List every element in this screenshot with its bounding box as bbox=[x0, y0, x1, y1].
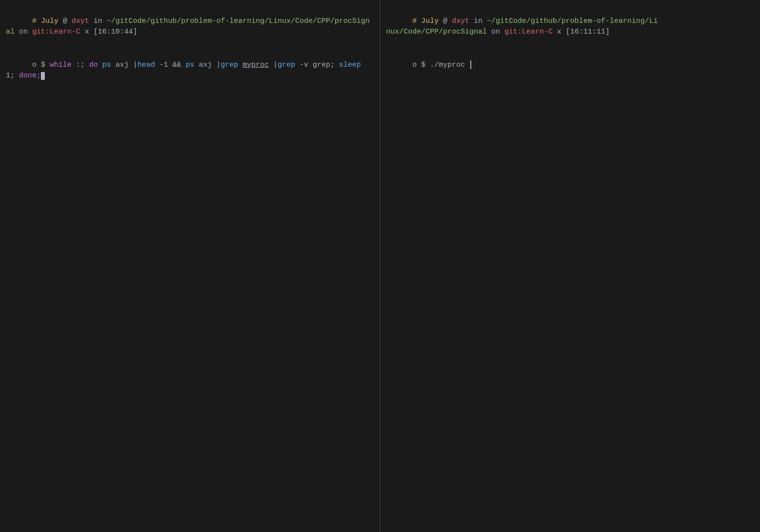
git-label: git: bbox=[32, 28, 50, 36]
grep-command-1: grep bbox=[221, 61, 238, 69]
hash-symbol: # bbox=[32, 17, 41, 25]
username-right: dxyt bbox=[452, 17, 469, 25]
pipe-3: | bbox=[273, 61, 278, 69]
pipe-2: | bbox=[216, 61, 221, 69]
command-colon: :; bbox=[72, 61, 89, 69]
ps-command: ps bbox=[102, 61, 111, 69]
circle-symbol: o bbox=[32, 61, 37, 69]
time-bracket-open-right: [ bbox=[566, 28, 570, 36]
terminal-pane-right[interactable]: # July @ dxyt in ~/gitCode/github/proble… bbox=[380, 0, 760, 532]
space-pipe-3 bbox=[269, 61, 273, 69]
hash-symbol-right: # bbox=[412, 17, 421, 25]
at-symbol: @ bbox=[58, 17, 72, 25]
pipe-1: | bbox=[133, 61, 137, 69]
sleep-command: sleep bbox=[339, 61, 361, 69]
head-command: head bbox=[137, 61, 155, 69]
cursor-right bbox=[470, 60, 471, 69]
git-label-right: git: bbox=[504, 28, 522, 36]
username: dxyt bbox=[72, 17, 89, 25]
right-prompt-line-1: # July @ dxyt in ~/gitCode/github/proble… bbox=[386, 5, 754, 49]
head-args: -1 && bbox=[155, 61, 185, 69]
do-keyword: do bbox=[89, 61, 98, 69]
circle-symbol-right: o bbox=[412, 61, 417, 69]
branch-name: Learn-C bbox=[50, 28, 80, 36]
dollar-prompt-right: $ bbox=[417, 61, 430, 69]
ps-command-2: ps bbox=[185, 61, 194, 69]
left-command-line: o $ while :; do ps axj |head -1 && ps ax… bbox=[6, 49, 374, 92]
timestamp-right: 16:11:11 bbox=[570, 28, 605, 36]
grep-arg-myproc-space bbox=[238, 61, 242, 69]
x-label: x bbox=[80, 28, 93, 36]
time-bracket-open: [ bbox=[93, 28, 98, 36]
x-label-right: x bbox=[553, 28, 566, 36]
myproc-command: ./myproc bbox=[430, 61, 469, 69]
terminal-container: # July @ dxyt in ~/gitCode/github/proble… bbox=[0, 0, 760, 532]
dollar-prompt: $ bbox=[37, 61, 50, 69]
done-keyword: done; bbox=[19, 72, 41, 80]
myproc-arg: myproc bbox=[242, 61, 269, 69]
in-word: in bbox=[89, 17, 107, 25]
cursor-left bbox=[41, 72, 45, 80]
month-right: July bbox=[421, 17, 439, 25]
at-symbol-right: @ bbox=[439, 17, 452, 25]
month: July bbox=[41, 17, 58, 25]
right-command-line: o $ ./myproc bbox=[386, 49, 754, 82]
grep-command-2: grep bbox=[278, 61, 295, 69]
time-bracket-close-right: ] bbox=[605, 28, 610, 36]
branch-name-right: Learn-C bbox=[522, 28, 553, 36]
on-word-right: on bbox=[487, 28, 504, 36]
ps-args-1: axj bbox=[111, 61, 133, 69]
ps-args-2: axj bbox=[194, 61, 216, 69]
left-prompt-line-1: # July @ dxyt in ~/gitCode/github/proble… bbox=[6, 5, 374, 49]
on-word: on bbox=[15, 28, 32, 36]
while-keyword: while bbox=[50, 61, 72, 69]
timestamp-left: 16:10:44 bbox=[98, 28, 133, 36]
in-word-right: in bbox=[469, 17, 487, 25]
space-after-do bbox=[98, 61, 102, 69]
terminal-pane-left[interactable]: # July @ dxyt in ~/gitCode/github/proble… bbox=[0, 0, 380, 532]
grep-v-args: -v grep; bbox=[295, 61, 339, 69]
time-bracket-close: ] bbox=[133, 28, 137, 36]
